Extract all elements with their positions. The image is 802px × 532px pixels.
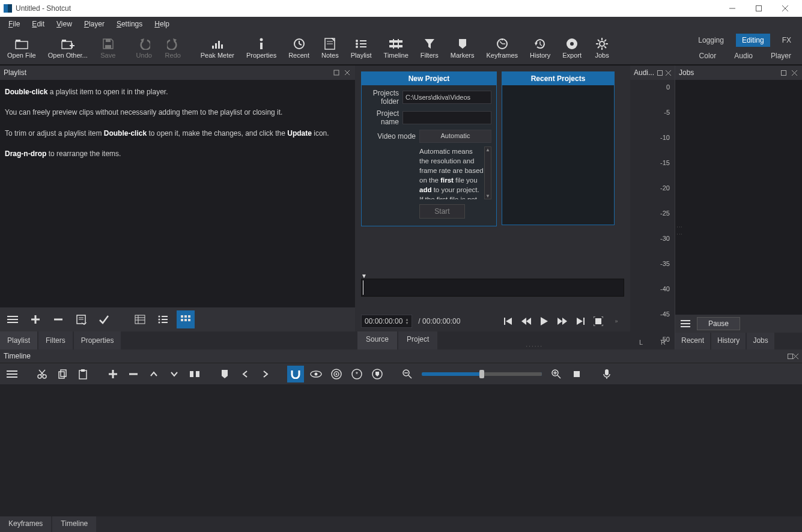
tl-lift-icon[interactable] bbox=[145, 366, 162, 382]
projects-folder-input[interactable] bbox=[403, 91, 491, 104]
fastfwd-icon[interactable] bbox=[554, 314, 570, 328]
menu-player[interactable]: Player bbox=[78, 18, 111, 30]
layout-tab-logging[interactable]: Logging bbox=[692, 34, 730, 47]
tl-append-icon[interactable] bbox=[105, 366, 121, 382]
playlist-float-icon[interactable] bbox=[332, 68, 341, 77]
tab-filters[interactable]: Filters bbox=[38, 331, 73, 349]
tab-keyframes[interactable]: Keyframes bbox=[0, 516, 51, 532]
tl-menu-icon[interactable] bbox=[4, 366, 20, 382]
menu-help[interactable]: Help bbox=[148, 18, 175, 30]
close-button[interactable] bbox=[772, 0, 798, 17]
toolbar-peak-meter[interactable]: Peak Meter bbox=[195, 35, 240, 61]
jobs-close-icon[interactable] bbox=[790, 68, 798, 77]
toolbar-filters[interactable]: Filters bbox=[415, 35, 445, 61]
tab-source[interactable]: Source bbox=[357, 331, 397, 349]
playlist-add-icon[interactable] bbox=[26, 310, 44, 328]
project-name-input[interactable] bbox=[403, 111, 491, 124]
play-icon[interactable] bbox=[536, 314, 552, 328]
menu-edit[interactable]: Edit bbox=[26, 18, 50, 30]
zoom-chevron-icon[interactable]: » bbox=[609, 314, 624, 328]
timecode-input[interactable]: 00:00:00:00 ▲▼ bbox=[361, 315, 412, 328]
playlist-view-details-icon[interactable] bbox=[131, 310, 149, 328]
toolbar-export[interactable]: Export bbox=[556, 35, 588, 61]
tl-zoom-fit-icon[interactable] bbox=[568, 366, 585, 382]
toolbar-open-file[interactable]: Open File bbox=[1, 35, 42, 61]
tl-marker-icon[interactable] bbox=[216, 366, 233, 382]
tab-jobs[interactable]: Jobs bbox=[747, 333, 774, 349]
toolbar-playlist[interactable]: Playlist bbox=[345, 35, 378, 61]
video-mode-select[interactable]: Automatic bbox=[419, 130, 491, 143]
tl-scrub-icon[interactable] bbox=[308, 366, 324, 382]
playlist-update-icon[interactable] bbox=[95, 310, 113, 328]
menu-settings[interactable]: Settings bbox=[111, 18, 148, 30]
tl-paste-icon[interactable] bbox=[74, 366, 91, 382]
layout-tab-fx[interactable]: FX bbox=[776, 34, 797, 47]
playlist-view-grid-icon[interactable] bbox=[177, 310, 195, 328]
tl-next-marker-icon[interactable] bbox=[257, 366, 274, 382]
toolbar-jobs[interactable]: Jobs bbox=[588, 35, 616, 61]
toolbar-save[interactable]: Save bbox=[94, 35, 123, 61]
tab-timeline[interactable]: Timeline bbox=[52, 516, 96, 532]
toolbar-open-other[interactable]: Open Other... bbox=[42, 35, 94, 61]
audio-close-icon[interactable] bbox=[665, 68, 671, 77]
description-scrollbar[interactable]: ▲▼ bbox=[484, 147, 491, 199]
jobs-pause-button[interactable]: Pause bbox=[697, 317, 740, 330]
audio-float-icon[interactable] bbox=[657, 68, 663, 77]
timeline-float-icon[interactable] bbox=[788, 354, 793, 359]
playlist-addfiles-icon[interactable] bbox=[72, 310, 90, 328]
toolbar-markers[interactable]: Markers bbox=[445, 35, 481, 61]
toolbar-recent[interactable]: Recent bbox=[282, 35, 315, 61]
tl-cut-icon[interactable] bbox=[34, 366, 50, 382]
toolbar-properties[interactable]: Properties bbox=[240, 35, 282, 61]
tl-ripple-markers-icon[interactable] bbox=[369, 366, 386, 382]
tl-prev-marker-icon[interactable] bbox=[237, 366, 254, 382]
toolbar-notes[interactable]: Notes bbox=[315, 35, 345, 61]
maximize-button[interactable] bbox=[746, 0, 772, 17]
jobs-menu-icon[interactable] bbox=[679, 317, 692, 330]
playlist-view-list-icon[interactable] bbox=[154, 310, 172, 328]
start-button[interactable]: Start bbox=[419, 204, 465, 219]
playlist-menu-icon[interactable] bbox=[4, 310, 22, 328]
panel-grip-icon[interactable]: ······ bbox=[439, 331, 630, 349]
tl-zoom-out-icon[interactable] bbox=[399, 366, 416, 382]
tab-recent[interactable]: Recent bbox=[675, 333, 710, 349]
toolbar-redo[interactable]: Redo bbox=[159, 35, 187, 61]
toolbar-undo[interactable]: Undo bbox=[130, 35, 159, 61]
jobs-grip-icon[interactable]: ⋮⋮ bbox=[676, 224, 683, 238]
tl-copy-icon[interactable] bbox=[54, 366, 71, 382]
layout-tab-audio[interactable]: Audio bbox=[728, 49, 759, 62]
playlist-close-icon[interactable] bbox=[343, 68, 351, 77]
tl-ripple-icon[interactable] bbox=[328, 366, 345, 382]
playlist-remove-icon[interactable] bbox=[49, 310, 67, 328]
tl-split-icon[interactable] bbox=[186, 366, 203, 382]
skip-next-icon[interactable] bbox=[573, 314, 588, 328]
layout-tab-color[interactable]: Color bbox=[693, 49, 723, 62]
jobs-float-icon[interactable] bbox=[779, 68, 788, 77]
layout-tab-player[interactable]: Player bbox=[765, 49, 797, 62]
zoom-fit-icon[interactable] bbox=[591, 314, 606, 328]
tab-project[interactable]: Project bbox=[398, 331, 437, 349]
timeline-close-icon[interactable] bbox=[793, 354, 798, 359]
tl-overwrite-icon[interactable] bbox=[166, 366, 183, 382]
toolbar-keyframes[interactable]: Keyframes bbox=[480, 35, 524, 61]
tl-zoom-in-icon[interactable] bbox=[548, 366, 565, 382]
tab-history[interactable]: History bbox=[711, 333, 746, 349]
tl-snap-icon[interactable] bbox=[287, 366, 304, 382]
tl-ripple-delete-icon[interactable] bbox=[125, 366, 142, 382]
layout-tab-editing[interactable]: Editing bbox=[736, 34, 770, 47]
rewind-icon[interactable] bbox=[518, 314, 534, 328]
tl-zoom-slider[interactable] bbox=[422, 372, 542, 376]
menu-file[interactable]: File bbox=[2, 18, 26, 30]
tl-record-audio-icon[interactable] bbox=[598, 366, 615, 382]
toolbar-timeline[interactable]: Timeline bbox=[378, 35, 415, 61]
menu-view[interactable]: View bbox=[50, 18, 78, 30]
tab-playlist[interactable]: Playlist bbox=[0, 331, 37, 349]
minimize-button[interactable] bbox=[719, 0, 746, 17]
skip-prev-icon[interactable] bbox=[500, 314, 516, 328]
tab-properties[interactable]: Properties bbox=[74, 331, 121, 349]
timeline-tracks-area[interactable] bbox=[0, 384, 802, 516]
tl-ripple-all-icon[interactable]: * bbox=[348, 366, 365, 382]
recent-projects-list[interactable] bbox=[502, 85, 614, 225]
scrub-bar[interactable] bbox=[361, 279, 624, 297]
toolbar-history[interactable]: History bbox=[524, 35, 556, 61]
